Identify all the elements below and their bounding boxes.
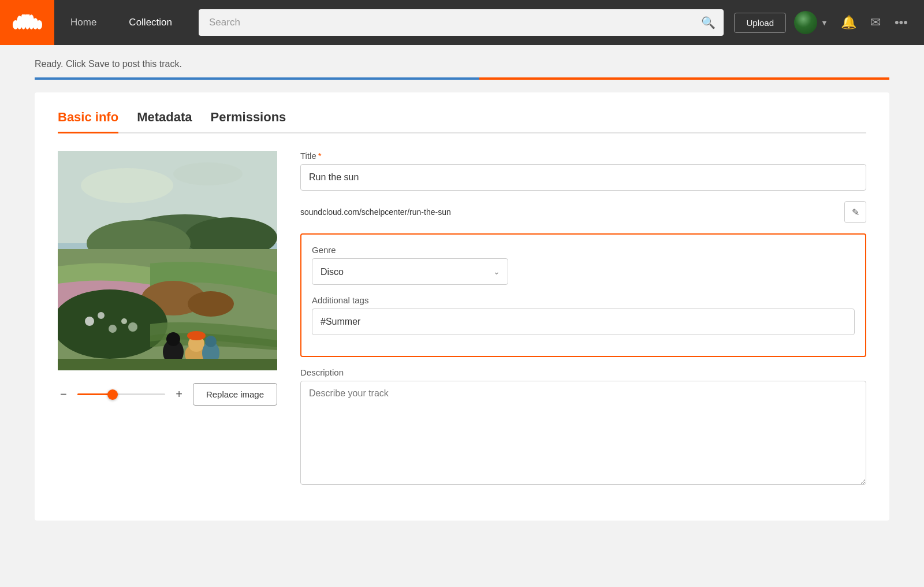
upload-button[interactable]: Upload [734,13,786,33]
title-label: Title* [300,151,866,161]
svg-point-16 [188,291,234,317]
svg-point-6 [36,20,42,29]
image-section: − + Replace image [58,151,277,497]
title-field-group: Title* [300,151,866,191]
image-controls: − + Replace image [58,383,277,406]
avatar-wrap[interactable]: ▼ [794,11,828,34]
nav-home[interactable]: Home [54,0,113,45]
url-display: soundcloud.com/schelpcenter/run-the-sun [300,207,839,217]
form-card: Basic info Metadata Permissions [35,92,889,521]
edit-url-button[interactable]: ✎ [844,201,866,223]
svg-point-20 [109,325,117,333]
bell-icon: 🔔 [841,15,856,30]
svg-point-18 [85,317,94,326]
genre-field-group: Genre Disco Electronic Hip-Hop Rock Pop … [312,245,855,285]
tabs: Basic info Metadata Permissions [58,110,866,133]
zoom-slider[interactable] [77,389,166,400]
notifications-button[interactable]: 🔔 [835,15,862,30]
tags-label: Additional tags [312,295,855,305]
replace-image-button[interactable]: Replace image [193,383,277,406]
more-icon: ••• [895,15,908,30]
avatar [794,11,817,34]
nav-collection[interactable]: Collection [113,0,188,45]
svg-point-24 [166,332,180,346]
soundcloud-logo-icon [12,14,43,31]
page-content: Ready. Click Save to post this track. Ba… [0,45,924,587]
messages-button[interactable]: ✉ [865,15,886,30]
mail-icon: ✉ [870,15,881,30]
tags-input[interactable] [312,309,855,335]
tab-basic-info[interactable]: Basic info [58,110,118,133]
url-row: soundcloud.com/schelpcenter/run-the-sun … [300,201,866,223]
svg-point-9 [81,168,173,203]
description-textarea[interactable] [300,381,866,485]
track-image [58,151,277,370]
search-input[interactable] [199,9,724,36]
search-icon: 🔍 [701,16,716,29]
svg-point-19 [98,312,105,319]
logo[interactable] [0,0,54,45]
zoom-slider-thumb[interactable] [107,389,118,400]
title-required-star: * [318,151,322,161]
upload-progress-bar [35,77,889,80]
progress-orange [479,77,889,80]
svg-point-29 [205,336,217,347]
status-bar: Ready. Click Save to post this track. [35,45,889,69]
nav-links: Home Collection [54,0,188,45]
description-label: Description [300,367,866,377]
svg-point-10 [173,162,243,185]
fields-section: Title* soundcloud.com/schelpcenter/run-t… [300,151,866,497]
more-button[interactable]: ••• [889,15,914,30]
progress-blue [35,77,479,80]
chevron-down-icon: ▼ [821,18,828,27]
edit-icon: ✎ [852,207,859,218]
genre-select[interactable]: Disco Electronic Hip-Hop Rock Pop Jazz C… [312,258,508,285]
tab-permissions[interactable]: Permissions [211,110,286,133]
genre-tags-section: Genre Disco Electronic Hip-Hop Rock Pop … [300,233,866,357]
title-input[interactable] [300,164,866,191]
genre-label: Genre [312,245,855,255]
svg-point-22 [128,322,137,332]
svg-rect-30 [58,359,277,370]
svg-point-21 [121,318,127,324]
tab-metadata[interactable]: Metadata [137,110,192,133]
form-body: − + Replace image Title* [58,151,866,497]
genre-select-wrap: Disco Electronic Hip-Hop Rock Pop Jazz C… [312,258,855,285]
status-message: Ready. Click Save to post this track. [35,59,182,69]
description-field-group: Description [300,367,866,487]
zoom-slider-track [77,393,166,395]
zoom-out-button[interactable]: − [58,388,69,401]
search-bar: 🔍 [199,9,724,36]
navbar: Home Collection 🔍 Upload ▼ 🔔 ✉ ••• [0,0,924,45]
navbar-actions: Upload ▼ 🔔 ✉ ••• [734,11,924,34]
svg-point-27 [187,331,206,340]
tags-field-group: Additional tags [312,295,855,335]
zoom-in-button[interactable]: + [173,388,185,401]
